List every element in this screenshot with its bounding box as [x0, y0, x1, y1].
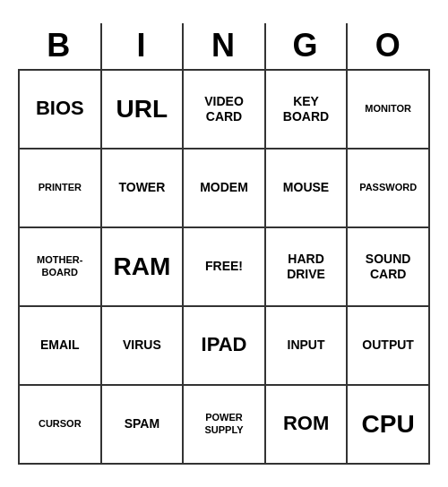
bingo-card: BINGO BIOSURLVIDEOCARDKEYBOARDMONITORPRI… [18, 23, 430, 465]
bingo-body: BIOSURLVIDEOCARDKEYBOARDMONITORPRINTERTO… [19, 70, 429, 464]
bingo-cell-2-4: SOUNDCARD [347, 227, 429, 306]
bingo-cell-2-2: FREE! [183, 227, 265, 306]
header-letter-O: O [347, 23, 429, 70]
bingo-cell-3-2: IPAD [183, 306, 265, 385]
bingo-cell-1-0: PRINTER [19, 149, 101, 227]
header-letter-I: I [101, 23, 184, 70]
bingo-cell-2-3: HARDDRIVE [265, 227, 348, 306]
bingo-cell-3-4: OUTPUT [347, 306, 429, 385]
header-letter-B: B [19, 23, 101, 70]
bingo-row-2: MOTHER-BOARDRAMFREE!HARDDRIVESOUNDCARD [19, 227, 429, 306]
bingo-cell-2-1: RAM [101, 227, 184, 306]
bingo-row-1: PRINTERTOWERMODEMMOUSEPASSWORD [19, 149, 429, 227]
bingo-row-0: BIOSURLVIDEOCARDKEYBOARDMONITOR [19, 70, 429, 149]
bingo-cell-1-4: PASSWORD [347, 149, 429, 227]
bingo-cell-3-0: EMAIL [19, 306, 101, 385]
bingo-cell-4-3: ROM [265, 385, 348, 464]
bingo-cell-0-2: VIDEOCARD [183, 70, 265, 149]
bingo-cell-4-2: POWERSUPPLY [183, 385, 265, 464]
bingo-cell-0-0: BIOS [19, 70, 101, 149]
bingo-cell-1-1: TOWER [101, 149, 184, 227]
bingo-header-row: BINGO [19, 23, 429, 70]
bingo-cell-0-3: KEYBOARD [265, 70, 348, 149]
bingo-cell-1-3: MOUSE [265, 149, 348, 227]
bingo-cell-3-1: VIRUS [101, 306, 184, 385]
bingo-cell-0-1: URL [101, 70, 184, 149]
bingo-cell-4-0: CURSOR [19, 385, 101, 464]
bingo-cell-3-3: INPUT [265, 306, 348, 385]
bingo-cell-4-1: SPAM [101, 385, 184, 464]
bingo-cell-1-2: MODEM [183, 149, 265, 227]
bingo-cell-2-0: MOTHER-BOARD [19, 227, 101, 306]
header-letter-G: G [265, 23, 348, 70]
bingo-cell-0-4: MONITOR [347, 70, 429, 149]
bingo-row-4: CURSORSPAMPOWERSUPPLYROMCPU [19, 385, 429, 464]
header-letter-N: N [183, 23, 265, 70]
bingo-cell-4-4: CPU [347, 385, 429, 464]
bingo-row-3: EMAILVIRUSIPADINPUTOUTPUT [19, 306, 429, 385]
